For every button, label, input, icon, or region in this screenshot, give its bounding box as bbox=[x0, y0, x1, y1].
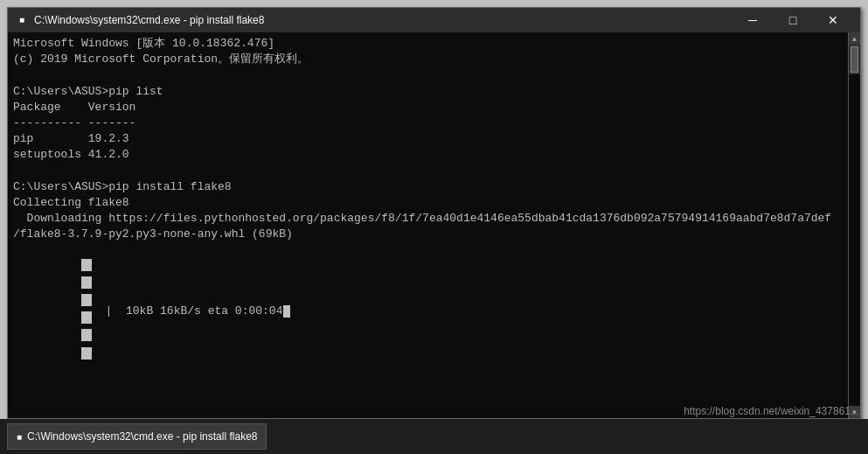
scrollbar-thumb[interactable] bbox=[851, 46, 858, 73]
progress-block bbox=[81, 276, 92, 289]
terminal-line: Downloading https://files.pythonhosted.o… bbox=[13, 211, 843, 227]
scroll-up-arrow[interactable]: ▲ bbox=[849, 32, 860, 45]
terminal-line: setuptools 41.2.0 bbox=[13, 147, 843, 163]
progress-block bbox=[81, 311, 92, 324]
terminal-line: C:\Users\ASUS>pip list bbox=[13, 84, 843, 100]
terminal-line: C:\Users\ASUS>pip install flake8 bbox=[13, 179, 843, 195]
terminal-line bbox=[13, 164, 843, 179]
cmd-window: ■ C:\Windows\system32\cmd.exe - pip inst… bbox=[7, 7, 861, 419]
terminal-area[interactable]: Microsoft Windows [版本 10.0.18362.476] (c… bbox=[8, 32, 848, 418]
progress-block bbox=[81, 259, 92, 271]
terminal-line: /flake8-3.7.9-py2.py3-none-any.whl (69kB… bbox=[13, 227, 843, 242]
minimize-button[interactable]: ─ bbox=[733, 8, 773, 32]
maximize-button[interactable]: □ bbox=[773, 8, 813, 32]
scrollbar[interactable]: ▲ ▼ bbox=[848, 32, 860, 418]
terminal-line bbox=[13, 67, 843, 83]
cursor bbox=[283, 305, 290, 318]
cmd-icon: ■ bbox=[15, 13, 29, 27]
taskbar-item[interactable]: ■ C:\Windows\system32\cmd.exe - pip inst… bbox=[7, 423, 267, 450]
progress-block bbox=[81, 347, 92, 360]
taskbar-item-label: C:\Windows\system32\cmd.exe - pip instal… bbox=[27, 430, 257, 443]
watermark: https://blog.csdn.net/weixin_437861... bbox=[684, 405, 859, 417]
progress-line: | 10kB 16kB/s eta 0:00:04 bbox=[13, 242, 843, 381]
progress-block bbox=[81, 329, 92, 341]
terminal-line: (c) 2019 Microsoft Corporation。保留所有权利。 bbox=[13, 52, 843, 67]
window-controls: ─ □ ✕ bbox=[733, 8, 853, 32]
taskbar: ■ C:\Windows\system32\cmd.exe - pip inst… bbox=[0, 419, 868, 454]
terminal-line: Microsoft Windows [版本 10.0.18362.476] bbox=[13, 36, 843, 52]
progress-bar bbox=[13, 242, 92, 381]
progress-block bbox=[81, 294, 92, 306]
close-button[interactable]: ✕ bbox=[813, 8, 853, 32]
terminal-line: Package Version bbox=[13, 100, 843, 115]
progress-status: | 10kB 16kB/s eta 0:00:04 bbox=[92, 304, 282, 319]
terminal-line: ---------- ------- bbox=[13, 115, 843, 131]
terminal-line: pip 19.2.3 bbox=[13, 131, 843, 147]
terminal-line: Collecting flake8 bbox=[13, 195, 843, 211]
title-bar-text: C:\Windows\system32\cmd.exe - pip instal… bbox=[34, 14, 733, 26]
title-bar: ■ C:\Windows\system32\cmd.exe - pip inst… bbox=[8, 8, 860, 32]
window-body: Microsoft Windows [版本 10.0.18362.476] (c… bbox=[8, 32, 860, 418]
